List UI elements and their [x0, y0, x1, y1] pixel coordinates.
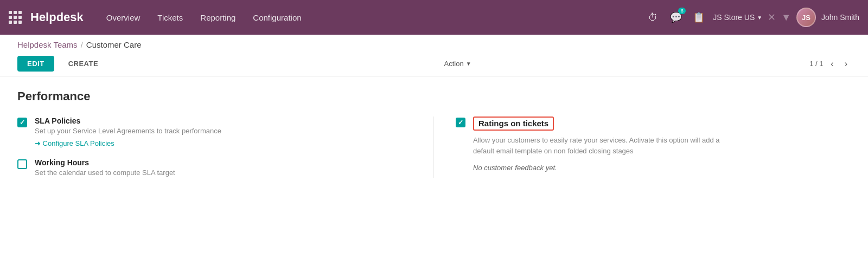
action-label: Action — [444, 60, 464, 68]
subheader: Helpdesk Teams / Customer Care EDIT CREA… — [0, 35, 868, 76]
action-dropdown-icon: ▼ — [466, 61, 471, 67]
section-title: Performance — [17, 89, 851, 104]
pager-next[interactable]: › — [841, 58, 851, 70]
working-hours-description: Set the calendar used to compute SLA tar… — [35, 168, 175, 178]
ratings-feature-row: ✓ Ratings on tickets Allow your customer… — [456, 117, 851, 172]
ratings-title: Ratings on tickets — [478, 119, 548, 128]
ratings-checkbox[interactable]: ✓ — [456, 118, 465, 127]
working-hours-row: Working Hours Set the calendar used to c… — [17, 158, 412, 178]
sla-description: Set up your Service Level Agreements to … — [35, 126, 221, 136]
working-hours-text: Working Hours Set the calendar used to c… — [35, 158, 175, 178]
breadcrumb-sep: / — [81, 40, 83, 49]
sla-checkbox[interactable]: ✓ — [17, 118, 27, 127]
nav-overview[interactable]: Overview — [99, 9, 148, 27]
edit-button[interactable]: EDIT — [17, 56, 54, 72]
working-hours-title: Working Hours — [35, 158, 175, 167]
breadcrumb-current: Customer Care — [86, 40, 142, 49]
breadcrumb: Helpdesk Teams / Customer Care — [17, 35, 851, 51]
sla-feature-text: SLA Policies Set up your Service Level A… — [35, 117, 221, 147]
pager-prev[interactable]: ‹ — [827, 58, 837, 70]
store-selector[interactable]: JS Store US ▼ — [713, 13, 762, 22]
username[interactable]: John Smith — [821, 13, 859, 22]
avatar[interactable]: JS — [796, 8, 816, 27]
sla-feature-row: ✓ SLA Policies Set up your Service Level… — [17, 117, 412, 147]
left-col: ✓ SLA Policies Set up your Service Level… — [17, 117, 434, 178]
right-col: ✓ Ratings on tickets Allow your customer… — [434, 117, 851, 178]
nav-right-icons: ⏱ 💬 6 📋 JS Store US ▼ ✕ ▼ JS John Smith — [644, 8, 859, 27]
nav-links: Overview Tickets Reporting Configuration — [99, 9, 640, 27]
nav-configuration[interactable]: Configuration — [245, 9, 309, 27]
grid-menu-icon[interactable] — [9, 11, 22, 24]
notification-badge: 6 — [678, 8, 686, 14]
ratings-text: Ratings on tickets Allow your customers … — [473, 117, 733, 172]
store-name: JS Store US — [713, 13, 755, 22]
working-hours-checkbox[interactable] — [17, 159, 27, 169]
bell-icon[interactable]: 📋 — [690, 9, 707, 26]
pager-count: 1 / 1 — [809, 60, 823, 68]
action-button[interactable]: Action ▼ — [444, 60, 471, 68]
two-col-layout: ✓ SLA Policies Set up your Service Level… — [17, 117, 851, 178]
main-content: Performance ✓ SLA Policies Set up your S… — [0, 76, 868, 278]
nav-tickets[interactable]: Tickets — [150, 9, 190, 27]
breadcrumb-parent[interactable]: Helpdesk Teams — [17, 40, 78, 49]
store-dropdown-icon: ▼ — [757, 15, 762, 21]
nav-separator1: ✕ — [768, 11, 776, 23]
nav-reporting[interactable]: Reporting — [193, 9, 243, 27]
toolbar-row: EDIT CREATE Action ▼ 1 / 1 ‹ › — [17, 51, 851, 76]
ratings-description: Allow your customers to easily rate your… — [473, 135, 733, 156]
brand-name: Helpdesk — [30, 10, 84, 24]
help-icon[interactable]: ⏱ — [644, 9, 662, 26]
top-nav: Helpdesk Overview Tickets Reporting Conf… — [0, 0, 868, 35]
checkmark-icon: ✓ — [20, 119, 25, 126]
checkmark-icon3: ✓ — [458, 119, 463, 126]
nav-separator2: ▼ — [781, 12, 791, 23]
create-button[interactable]: CREATE — [61, 56, 106, 72]
pager: 1 / 1 ‹ › — [809, 58, 851, 70]
chat-icon[interactable]: 💬 6 — [667, 9, 685, 26]
no-feedback-text: No customer feedback yet. — [473, 164, 733, 172]
ratings-title-box: Ratings on tickets — [473, 117, 554, 131]
sla-title: SLA Policies — [35, 117, 221, 125]
configure-sla-link[interactable]: ➜ Configure SLA Policies — [35, 139, 221, 147]
